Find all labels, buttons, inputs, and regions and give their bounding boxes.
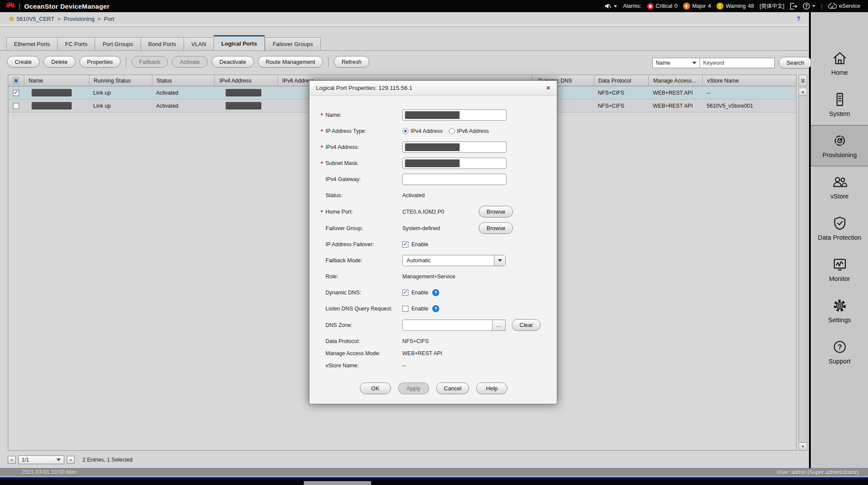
alarm-major[interactable]: Major 4 [683,3,711,10]
alarm-critical[interactable]: Critical 0 [647,3,677,10]
page-select-dropdown[interactable]: 1/1 [18,455,64,464]
ipv4-radio[interactable] [402,128,408,134]
failover-group-browse-button[interactable]: Browse [479,222,513,234]
manage-access-mode-label: Manage Access Mode: [321,350,402,356]
sidebar-item-home[interactable]: Home [811,43,868,84]
help-button[interactable]: Help [476,383,507,394]
tab-port-groups[interactable]: Port Groups [95,37,140,51]
cancel-button[interactable]: Cancel [436,383,469,394]
dns-zone-clear-button[interactable]: Clear [512,319,541,331]
delete-button[interactable]: Delete [43,56,76,68]
ipv4-gateway-field[interactable] [402,174,506,185]
search-input[interactable] [700,58,775,68]
col-data-protocol[interactable]: Data Protocol [594,75,649,86]
dynamic-dns-checkbox[interactable] [402,290,408,296]
chevron-down-icon[interactable] [494,255,505,266]
activate-button[interactable]: Activate [172,56,207,68]
scroll-up-icon[interactable]: ▲ [799,88,807,96]
tab-ethernet-ports[interactable]: Ethernet Ports [6,37,57,51]
col-running-status[interactable]: Running Status [89,75,152,86]
sidebar-item-label: Support [829,358,851,365]
help-icon[interactable]: ? [432,305,439,312]
deactivate-button[interactable]: Deactivate [212,56,254,68]
sidebar-item-system[interactable]: System [811,84,868,125]
redacted-ipv4 [226,102,261,109]
breadcrumb-separator: > [57,16,61,22]
select-all-checkbox[interactable] [13,78,19,84]
col-vstore-name[interactable]: vStore Name [702,75,796,86]
dns-zone-field[interactable] [402,320,493,331]
subnet-mask-field[interactable] [402,158,506,169]
logout-icon[interactable] [790,3,797,9]
ipv6-radio[interactable] [449,128,455,134]
dns-zone-picker-button[interactable]: ... [493,320,506,331]
chevron-down-icon [692,62,697,64]
major-icon [683,3,690,10]
eservice-link[interactable]: eService [828,3,860,9]
help-menu[interactable]: ? [803,3,815,10]
breadcrumb-page[interactable]: Port [104,16,114,22]
dns-zone-label: DNS Zone: [321,322,402,328]
chevron-down-icon [812,5,815,7]
failover-group-label: Failover Group: [321,225,402,231]
properties-button[interactable]: Properties [79,56,121,68]
ok-button[interactable]: OK [360,383,391,394]
tab-logical-ports[interactable]: Logical Ports [214,35,265,51]
dialog-title-bar[interactable]: Logical Port Properties: 129.115.56.1 × [309,81,557,96]
failback-button[interactable]: Failback [132,56,168,68]
column-chooser-button[interactable] [799,75,807,86]
table-scrollbar[interactable]: ▲ ▼ [799,88,807,451]
col-status[interactable]: Status [152,75,215,86]
search-filter-dropdown[interactable]: Name [652,58,700,68]
search-button[interactable]: Search [779,57,812,69]
sidebar-item-settings[interactable]: Settings [811,290,868,331]
language-switch[interactable]: [简体中文] [760,3,784,10]
sidebar-item-data-protection[interactable]: Data Protection [811,208,868,249]
sidebar-item-provisioning[interactable]: Provisioning [811,125,868,166]
refresh-button[interactable]: Refresh [334,56,369,68]
col-ipv4-address[interactable]: IPv4 Address [214,75,277,86]
prev-page-button[interactable]: < [8,456,16,464]
next-page-button[interactable]: > [67,456,75,464]
ipv4-address-field[interactable] [402,142,506,153]
scroll-down-icon[interactable]: ▼ [799,442,807,450]
toolbar-divider [126,57,126,67]
mute-button[interactable] [605,3,617,9]
cell-vstore-name: 5610V5_vStore001 [702,99,796,112]
tab-fc-ports[interactable]: FC Ports [57,37,95,51]
alarm-warning[interactable]: ! Warning 48 [717,3,754,10]
apply-button[interactable]: Apply [398,383,429,394]
sidebar-item-monitor[interactable]: Monitor [811,249,868,290]
failback-mode-select[interactable]: Automatic [402,255,506,266]
create-button[interactable]: Create [7,56,39,68]
home-port-browse-button[interactable]: Browse [479,206,513,218]
ipv4-address-label: IPv4 Address: [321,144,402,150]
tab-bond-ports[interactable]: Bond Ports [141,37,184,51]
role-label: Role: [321,274,402,280]
dialog-title: Logical Port Properties: 129.115.56.1 [316,85,412,91]
listen-dns-checkbox[interactable] [402,306,408,312]
name-field[interactable] [402,109,506,121]
sidebar-item-vstore[interactable]: vStore [811,166,868,208]
col-manage-access[interactable]: Manage Access... [648,75,702,86]
sidebar-item-support[interactable]: ? Support [811,331,868,373]
critical-count: 0 [674,3,677,9]
row-checkbox[interactable] [13,90,19,96]
breadcrumb-device[interactable]: 5610V5_CERT [16,16,54,22]
failback-mode-label: Failback Mode: [321,257,402,264]
tab-failover-groups[interactable]: Failover Groups [265,37,320,51]
sidebar-item-label: Home [831,69,848,76]
page-help-icon[interactable]: ? [796,15,800,22]
tabs-underline [0,50,809,51]
route-management-button[interactable]: Route Management [258,56,323,68]
close-icon[interactable]: × [546,85,550,92]
tab-vlan[interactable]: VLAN [184,37,214,51]
col-name[interactable]: Name [24,75,89,86]
redacted-value [405,143,460,151]
ip-failover-checkbox[interactable] [402,241,408,247]
row-checkbox[interactable] [13,103,19,109]
breadcrumb-section[interactable]: Provisioning [64,16,95,22]
breadcrumb-separator: > [98,16,101,22]
breadcrumb: 5610V5_CERT > Provisioning > Port [10,16,114,22]
help-icon[interactable]: ? [432,289,439,296]
